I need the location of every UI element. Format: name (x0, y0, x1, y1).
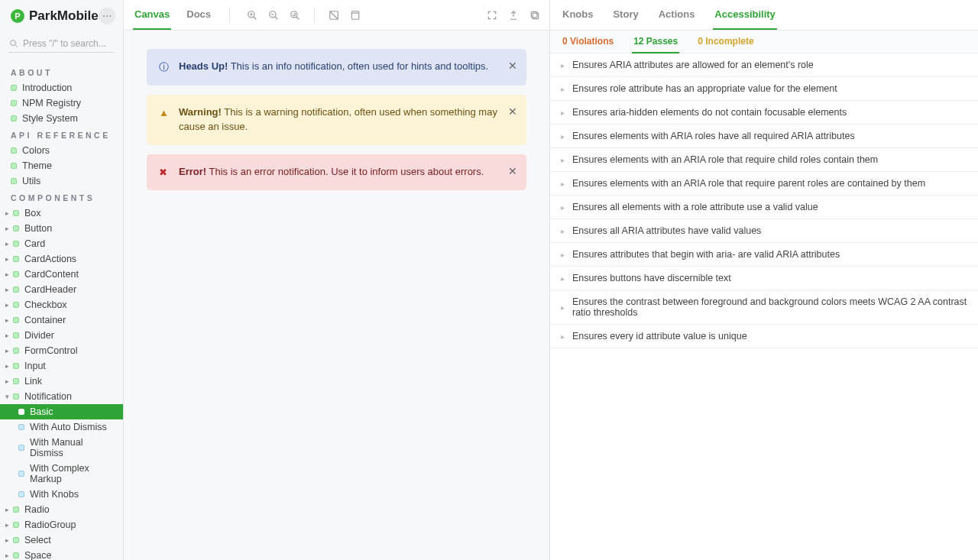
a11y-rule-row[interactable]: ▸Ensures elements with ARIA roles have a… (550, 125, 978, 148)
a11y-rule-row[interactable]: ▸Ensures every id attribute value is uni… (550, 325, 978, 348)
zoom-in-icon[interactable] (247, 10, 257, 21)
sidebar-item-notification[interactable]: ▾Notification (0, 389, 123, 404)
tab-canvas[interactable]: Canvas (133, 0, 171, 30)
sidebar-item-colors[interactable]: Colors (0, 143, 123, 158)
a11y-rule-row[interactable]: ▸Ensures aria-hidden elements do not con… (550, 101, 978, 125)
sidebar-item-button[interactable]: ▸Button (0, 221, 123, 236)
sidebar-item-box[interactable]: ▸Box (0, 206, 123, 221)
doc-icon (11, 115, 17, 121)
a11y-list: ▸Ensures ARIA attributes are allowed for… (550, 53, 978, 560)
sidebar-item-checkbox[interactable]: ▸Checkbox (0, 297, 123, 312)
doc-icon (11, 178, 17, 184)
sidebar-item-npm-registry[interactable]: NPM Registry (0, 95, 123, 111)
sidebar-item-card[interactable]: ▸Card (0, 236, 123, 251)
search-input[interactable] (23, 38, 114, 49)
main-toolbar: Canvas Docs (124, 0, 549, 31)
a11y-rule-row[interactable]: ▸Ensures attributes that begin with aria… (550, 243, 978, 267)
chevron-right-icon: ▸ (561, 85, 565, 93)
a11y-rule-row[interactable]: ▸Ensures all ARIA attributes have valid … (550, 219, 978, 243)
sidebar-item-input[interactable]: ▸Input (0, 358, 123, 374)
section-api-title: API Reference (0, 126, 123, 143)
sidebar-item-utils[interactable]: Utils (0, 173, 123, 189)
toolbar-separator (229, 8, 230, 22)
sidebar-item-cardactions[interactable]: ▸CardActions (0, 251, 123, 267)
component-icon (13, 552, 19, 558)
background-icon[interactable] (329, 10, 339, 21)
sidebar-item-divider[interactable]: ▸Divider (0, 328, 123, 343)
viewport-icon[interactable] (350, 10, 361, 21)
addon-tab-accessibility[interactable]: Accessibility (713, 0, 777, 30)
component-icon (13, 522, 19, 528)
chevron-right-icon: ▸ (561, 303, 565, 312)
a11y-rule-text: Ensures aria-hidden elements do not cont… (572, 107, 847, 118)
chevron-right-icon: ▸ (3, 316, 11, 324)
sidebar-item-select[interactable]: ▸Select (0, 532, 123, 548)
notification-error: ✖Error! This is an error notification. U… (147, 154, 526, 191)
brand[interactable]: P ParkMobile (11, 8, 99, 24)
a11y-rule-row[interactable]: ▸Ensures elements with an ARIA role that… (550, 148, 978, 172)
close-icon[interactable]: ✕ (508, 104, 517, 119)
sidebar-item-formcontrol[interactable]: ▸FormControl (0, 343, 123, 358)
sidebar-item-space[interactable]: ▸Space (0, 548, 123, 560)
sidebar-story-with-manual-dismiss[interactable]: With Manual Dismiss (0, 435, 123, 461)
story-icon (18, 471, 24, 477)
component-icon (13, 363, 19, 369)
chevron-right-icon: ▸ (3, 255, 11, 263)
share-icon[interactable] (508, 10, 519, 21)
chevron-right-icon: ▸ (561, 274, 565, 283)
a11y-rule-row[interactable]: ▸Ensures role attribute has an appropria… (550, 77, 978, 101)
zoom-out-icon[interactable] (268, 10, 279, 21)
component-icon (13, 302, 19, 308)
sidebar-story-with-knobs[interactable]: With Knobs (0, 487, 123, 502)
sidebar-story-with-complex-markup[interactable]: With Complex Markup (0, 461, 123, 487)
svg-rect-12 (351, 11, 358, 19)
sidebar-item-introduction[interactable]: Introduction (0, 80, 123, 95)
close-icon[interactable]: ✕ (508, 163, 517, 179)
chevron-right-icon: ▸ (561, 61, 565, 70)
chevron-right-icon: ▸ (3, 240, 11, 248)
a11y-rule-text: Ensures elements with an ARIA role that … (572, 178, 925, 189)
addon-tab-knobs[interactable]: Knobs (561, 0, 594, 30)
sidebar-story-basic[interactable]: Basic (0, 404, 123, 419)
a11y-tab-incomplete[interactable]: 0 Incomplete (696, 31, 755, 53)
chevron-down-icon: ▾ (3, 393, 11, 400)
warn-icon: ▲ (159, 106, 171, 121)
sidebar-story-with-auto-dismiss[interactable]: With Auto Dismiss (0, 419, 123, 435)
sidebar-item-theme[interactable]: Theme (0, 158, 123, 173)
search-icon (9, 39, 18, 48)
a11y-rule-row[interactable]: ▸Ensures buttons have discernible text (550, 267, 978, 290)
a11y-rule-row[interactable]: ▸Ensures the contrast between foreground… (550, 290, 978, 325)
chevron-right-icon: ▸ (3, 286, 11, 293)
addon-tab-story[interactable]: Story (611, 0, 640, 30)
addon-panel: Knobs Story Actions Accessibility 0 Viol… (550, 0, 978, 560)
component-icon (13, 332, 19, 338)
main-panel: Canvas Docs ⓘHeads Up! This is an (123, 0, 550, 560)
a11y-rule-row[interactable]: ▸Ensures elements with an ARIA role that… (550, 172, 978, 196)
sidebar-item-cardcontent[interactable]: ▸CardContent (0, 267, 123, 282)
tab-docs[interactable]: Docs (185, 0, 212, 30)
chevron-right-icon: ▸ (561, 132, 565, 141)
component-icon (13, 507, 19, 513)
addon-tab-actions[interactable]: Actions (657, 0, 697, 30)
sidebar-item-container[interactable]: ▸Container (0, 312, 123, 328)
a11y-rule-row[interactable]: ▸Ensures all elements with a role attrib… (550, 196, 978, 219)
fullscreen-icon[interactable] (487, 10, 497, 21)
search-box[interactable] (9, 38, 114, 53)
component-icon (13, 537, 19, 543)
a11y-rule-row[interactable]: ▸Ensures ARIA attributes are allowed for… (550, 53, 978, 77)
open-new-icon[interactable] (529, 10, 540, 21)
sidebar-item-radiogroup[interactable]: ▸RadioGroup (0, 517, 123, 532)
a11y-tab-violations[interactable]: 0 Violations (561, 31, 615, 53)
sidebar-item-link[interactable]: ▸Link (0, 374, 123, 389)
sidebar-item-cardheader[interactable]: ▸CardHeader (0, 282, 123, 297)
chevron-right-icon: ▸ (561, 332, 565, 341)
component-icon (13, 378, 19, 384)
sidebar-item-radio[interactable]: ▸Radio (0, 502, 123, 517)
component-icon (13, 210, 19, 216)
chevron-right-icon: ▸ (3, 347, 11, 354)
zoom-reset-icon[interactable] (290, 10, 300, 21)
close-icon[interactable]: ✕ (508, 58, 517, 73)
a11y-tab-passes[interactable]: 12 Passes (632, 31, 679, 53)
sidebar-more-button[interactable]: ⋯ (99, 8, 115, 24)
sidebar-item-style-system[interactable]: Style System (0, 111, 123, 126)
